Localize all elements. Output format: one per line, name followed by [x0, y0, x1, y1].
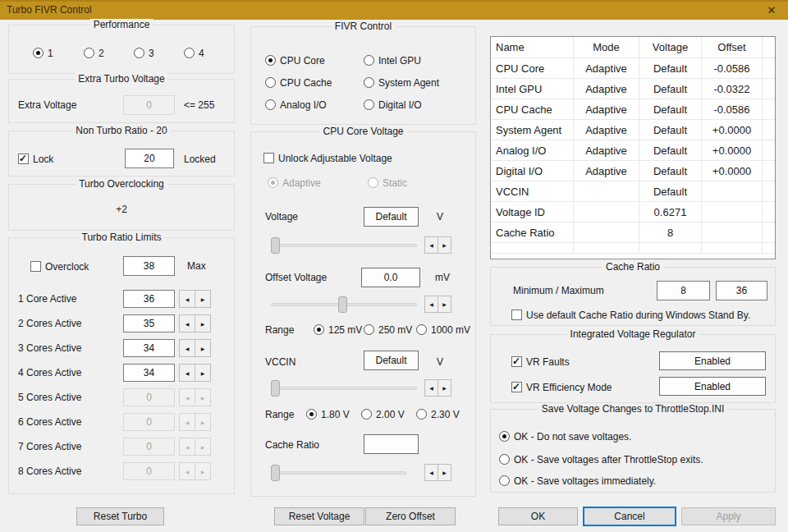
voltage-spinner[interactable]: ◀▶ [424, 236, 451, 254]
save-radio-save-on-exit[interactable]: OK - Save voltages after ThrottleStop ex… [499, 453, 703, 466]
spin-right-icon[interactable]: ▶ [438, 296, 451, 313]
spin-right-icon[interactable]: ▶ [438, 464, 451, 481]
performance-radio-1[interactable]: 1 [33, 47, 53, 59]
non-turbo-ratio-field[interactable]: 20 [125, 149, 174, 168]
cell-empty [491, 243, 574, 254]
cores-row-spinner[interactable]: ◀▶ [179, 290, 211, 308]
vccin-spinner[interactable]: ◀▶ [424, 379, 451, 397]
slider-thumb[interactable] [271, 237, 280, 254]
window-title: Turbo FIVR Control [7, 4, 92, 16]
turbo-fivr-control-window: Turbo FIVR Control ✕ Performance 1 2 3 4… [0, 0, 788, 532]
cores-row-field[interactable]: 36 [123, 290, 175, 308]
cores-row-label: 6 Cores Active [18, 415, 81, 429]
turbo-max-field[interactable]: 38 [123, 256, 175, 276]
radio-icon [84, 48, 94, 58]
cache-ratio-min-field[interactable]: 8 [657, 281, 710, 300]
range-radio-125mv[interactable]: 125 mV [314, 323, 362, 336]
save-radio-save-immediately[interactable]: OK - Save voltages immediately. [499, 475, 656, 487]
performance-radio-2[interactable]: 2 [84, 47, 104, 59]
save-radio-do-not-save[interactable]: OK - Do not save voltages. [499, 430, 631, 443]
reset-turbo-button[interactable]: Reset Turbo [76, 507, 164, 525]
turbo-overclocking-group: Turbo Overclocking +2 [8, 184, 235, 231]
cores-row-field: 0 [123, 462, 175, 480]
performance-radio-3[interactable]: 3 [134, 47, 154, 59]
cores-row-field[interactable]: 34 [123, 364, 175, 382]
fivr-radio-cpu-core[interactable]: CPU Core [265, 54, 325, 66]
range-radio-230v[interactable]: 2.30 V [416, 408, 460, 420]
spin-left-icon: ◀ [179, 462, 195, 480]
fivr-radio-digital-io[interactable]: Digital I/O [364, 99, 422, 111]
cache-ratio-max-field[interactable]: 36 [716, 281, 767, 300]
table-row[interactable]: Intel GPU Adaptive Default -0.0322 [491, 79, 775, 99]
default-cache-ratio-checkbox[interactable]: Use default Cache Ratio during Windows S… [511, 309, 750, 321]
cell-mode: Adaptive [574, 120, 639, 140]
cores-row-label: 7 Cores Active [18, 440, 81, 453]
fivr-radio-cpu-cache[interactable]: CPU Cache [265, 76, 332, 89]
spin-right-icon: ▶ [195, 413, 211, 431]
spin-left-icon[interactable]: ◀ [424, 296, 438, 313]
unlock-voltage-checkbox[interactable]: Unlock Adjustable Voltage [263, 152, 392, 164]
spin-left-icon[interactable]: ◀ [179, 339, 195, 357]
spin-left-icon[interactable]: ◀ [179, 290, 195, 308]
range-radio-250mv[interactable]: 250 mV [364, 323, 412, 336]
overclock-checkbox[interactable]: Overclock [30, 260, 89, 273]
spin-left-icon[interactable]: ◀ [424, 236, 438, 254]
offset-voltage-value: 0.0 [361, 268, 420, 287]
cores-row-spinner[interactable]: ◀▶ [179, 339, 211, 357]
table-row[interactable]: System Agent Adaptive Default +0.0000 [491, 120, 775, 140]
spin-right-icon[interactable]: ▶ [195, 314, 211, 332]
fivr-radio-analog-io[interactable]: Analog I/O [265, 99, 327, 111]
radio-icon [265, 99, 276, 110]
performance-radio-4[interactable]: 4 [184, 47, 204, 59]
slider-thumb[interactable] [271, 380, 280, 397]
spin-right-icon[interactable]: ▶ [438, 236, 451, 254]
table-row[interactable]: VCCIN Default [491, 181, 775, 202]
spin-left-icon[interactable]: ◀ [424, 464, 438, 481]
cores-row-field: 0 [123, 438, 175, 456]
zero-offset-button[interactable]: Zero Offset [365, 507, 456, 525]
spin-right-icon[interactable]: ▶ [195, 290, 211, 308]
vr-efficiency-checkbox[interactable]: VR Efficiency Mode [511, 381, 612, 393]
lock-checkbox[interactable]: Lock [18, 153, 53, 165]
table-row[interactable]: CPU Core Adaptive Default -0.0586 [491, 58, 775, 79]
spin-left-icon[interactable]: ◀ [179, 314, 195, 332]
cache-ratio-slider[interactable] [271, 465, 406, 481]
ok-button[interactable]: OK [498, 507, 578, 525]
offset-voltage-slider[interactable] [271, 296, 417, 313]
table-row[interactable]: Analog I/O Adaptive Default +0.0000 [491, 140, 775, 161]
spin-left-icon[interactable]: ◀ [179, 364, 195, 382]
cores-row-spinner[interactable]: ◀▶ [179, 314, 211, 332]
offset-voltage-spinner[interactable]: ◀▶ [424, 296, 451, 313]
close-icon[interactable]: ✕ [755, 0, 788, 20]
table-row[interactable]: Voltage ID 0.6271 [491, 202, 775, 222]
table-row[interactable]: Digital I/O Adaptive Default +0.0000 [491, 161, 775, 181]
fivr-radio-intel-gpu[interactable]: Intel GPU [364, 54, 421, 66]
cores-row-field[interactable]: 34 [123, 339, 175, 357]
spin-right-icon[interactable]: ▶ [438, 379, 451, 397]
cell-mode [574, 181, 639, 202]
extra-turbo-voltage-title: Extra Turbo Voltage [75, 73, 167, 85]
vr-faults-checkbox[interactable]: VR Faults [511, 355, 570, 368]
cores-row-field[interactable]: 35 [123, 314, 175, 332]
spin-right-icon[interactable]: ▶ [195, 364, 211, 382]
fivr-radio-system-agent[interactable]: System Agent [364, 76, 439, 89]
cache-ratio-spinner[interactable]: ◀▶ [424, 464, 451, 481]
table-row[interactable]: Cache Ratio 8 [491, 222, 775, 243]
range-radio-1000mv[interactable]: 1000 mV [416, 323, 470, 336]
voltage-slider[interactable] [271, 237, 417, 254]
reset-voltage-button[interactable]: Reset Voltage [274, 507, 364, 525]
range-radio-180v[interactable]: 1.80 V [306, 408, 350, 420]
vccin-slider[interactable] [271, 380, 417, 397]
spin-left-icon[interactable]: ◀ [424, 379, 438, 397]
slider-thumb[interactable] [271, 465, 280, 481]
range-radio-200v[interactable]: 2.00 V [361, 408, 405, 420]
slider-thumb[interactable] [338, 296, 347, 313]
radio-icon [184, 48, 195, 58]
cancel-button[interactable]: Cancel [583, 507, 676, 526]
radio-icon [134, 48, 144, 58]
cell-offset: +0.0000 [702, 120, 763, 140]
cell-empty [763, 243, 775, 254]
cores-row-spinner[interactable]: ◀▶ [179, 364, 211, 382]
spin-right-icon[interactable]: ▶ [195, 339, 211, 357]
table-row[interactable]: CPU Cache Adaptive Default -0.0586 [491, 99, 775, 120]
